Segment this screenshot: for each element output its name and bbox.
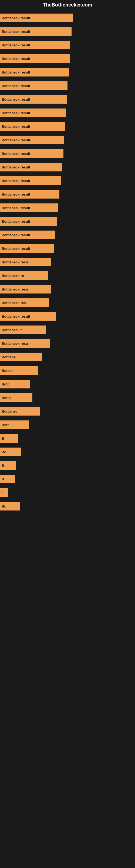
bar-row: Bottleneck result xyxy=(0,230,135,240)
bottleneck-bar: Bott xyxy=(0,380,30,389)
bar-label: Bottleneck result xyxy=(2,30,30,34)
bar-label: Bottleneck result xyxy=(2,152,30,156)
bar-label: Bottleneck result xyxy=(2,97,30,101)
bottleneck-bar: Bottleneck result xyxy=(0,82,68,90)
bar-row: Bo xyxy=(0,447,135,457)
bottleneck-bar: Bottlenec xyxy=(0,407,40,415)
bar-row: Bottleneck result xyxy=(0,216,135,226)
bar-label: Bottleneck result xyxy=(2,192,30,196)
bar-label: Bottleneck result xyxy=(2,233,30,237)
bar-row: Bottleneck result xyxy=(0,121,135,131)
bar-row: Bottleneck result xyxy=(0,176,135,186)
bar-row: B xyxy=(0,474,135,484)
bottleneck-bar: B xyxy=(0,461,16,470)
bar-label: Bottleneck result xyxy=(2,111,30,115)
bar-row: Bottleneck res xyxy=(0,298,135,308)
bottleneck-bar: Bottlene xyxy=(0,352,42,361)
bottleneck-bar: Bottleneck result xyxy=(0,135,64,144)
bar-row: Bottlenec xyxy=(0,406,135,416)
bar-label: Bo xyxy=(2,450,6,454)
bottleneck-bar: B xyxy=(0,475,15,484)
bar-row: Bottleneck result xyxy=(0,67,135,77)
bottleneck-bar: Bottleneck result xyxy=(0,27,72,36)
bottleneck-bar: Bottleneck re xyxy=(0,271,48,280)
bar-row: Bottleneck r xyxy=(0,325,135,335)
bar-label: Bottleneck result xyxy=(2,138,30,142)
bottleneck-bar: Bottleneck res xyxy=(0,299,49,307)
bottleneck-bar: Bo xyxy=(0,447,21,456)
bottleneck-bar: Bottle xyxy=(0,393,32,402)
bottleneck-bar: B xyxy=(0,434,18,443)
bar-row: Bottleneck result xyxy=(0,162,135,172)
bar-row: Bottleneck resu xyxy=(0,284,135,294)
bar-label: B xyxy=(2,477,4,481)
bar-label: B xyxy=(2,464,4,468)
bar-row: Bo xyxy=(0,501,135,511)
bottleneck-bar: I xyxy=(0,488,8,497)
bar-label: Bottleneck result xyxy=(2,84,30,88)
bottleneck-bar: Bottleneck result xyxy=(0,244,54,253)
bottleneck-bar: Bottleneck resu xyxy=(0,285,51,293)
bar-row: Bottleneck resu xyxy=(0,257,135,267)
bottleneck-bar: Bottleneck result xyxy=(0,122,65,131)
bar-label: Bott xyxy=(2,382,9,386)
bar-row: Bottleneck result xyxy=(0,40,135,50)
bar-row: B xyxy=(0,433,135,443)
bar-label: B xyxy=(2,436,4,440)
bar-row: B xyxy=(0,460,135,471)
bars-container: Bottleneck resultBottleneck resultBottle… xyxy=(0,10,135,517)
bar-label: Bottleneck resu xyxy=(2,260,28,264)
bar-row: Bottleneck result xyxy=(0,13,135,23)
bar-row: Bottler xyxy=(0,365,135,376)
bottleneck-bar: Bottleneck result xyxy=(0,176,61,185)
bar-label: Bottlenec xyxy=(2,409,17,413)
bar-row: Bottleneck result xyxy=(0,81,135,91)
bar-label: Bottleneck resu xyxy=(2,287,28,291)
bar-row: Bottleneck re xyxy=(0,271,135,281)
bar-label: Bottleneck result xyxy=(2,70,30,74)
bar-label: Bottle xyxy=(2,396,12,400)
bar-label: Bottleneck result xyxy=(2,219,30,223)
bottleneck-bar: Bottleneck result xyxy=(0,312,56,321)
bar-label: Bottleneck result xyxy=(2,179,30,183)
bottleneck-bar: Bottleneck result xyxy=(0,54,70,63)
bar-row: I xyxy=(0,488,135,498)
bar-label: Bottleneck result xyxy=(2,124,30,129)
bar-label: Bottleneck result xyxy=(2,16,30,20)
bar-label: Bottleneck re xyxy=(2,274,24,278)
bar-row: Bottleneck result xyxy=(0,148,135,159)
bottleneck-bar: Bottleneck result xyxy=(0,13,73,22)
bottleneck-bar: Bottleneck result xyxy=(0,41,70,50)
bar-label: Bottleneck r xyxy=(2,328,22,332)
bar-row: Bott xyxy=(0,420,135,430)
bar-row: Bottlene xyxy=(0,352,135,362)
bar-label: Bottleneck resu xyxy=(2,341,28,346)
bottleneck-bar: Bottleneck result xyxy=(0,68,69,76)
bar-row: Bottleneck resu xyxy=(0,338,135,348)
bottleneck-bar: Bottleneck result xyxy=(0,108,66,117)
bar-label: Bottleneck result xyxy=(2,57,30,61)
bar-label: Bottleneck res xyxy=(2,301,26,305)
bar-label: Bottleneck result xyxy=(2,43,30,47)
bottleneck-bar: Bottleneck resu xyxy=(0,339,50,348)
bottleneck-bar: Bottleneck r xyxy=(0,326,46,334)
bottleneck-bar: Bottleneck result xyxy=(0,230,55,239)
bottleneck-bar: Bo xyxy=(0,502,20,510)
bar-row: Bott xyxy=(0,379,135,389)
bar-label: Bott xyxy=(2,423,9,427)
bottleneck-bar: Bottleneck result xyxy=(0,204,58,212)
bottleneck-bar: Bottleneck result xyxy=(0,149,63,158)
bar-label: Bottleneck result xyxy=(2,314,30,318)
bar-row: Bottleneck result xyxy=(0,94,135,104)
bar-row: Bottleneck result xyxy=(0,311,135,321)
bottleneck-bar: Bottleneck result xyxy=(0,217,57,226)
bar-row: Bottleneck result xyxy=(0,108,135,118)
bar-row: Bottleneck result xyxy=(0,189,135,199)
bar-row: Bottle xyxy=(0,393,135,403)
bar-row: Bottleneck result xyxy=(0,243,135,254)
site-title: TheBottlenecker.com xyxy=(0,0,135,10)
bar-row: Bottleneck result xyxy=(0,26,135,37)
bottleneck-bar: Bottleneck resu xyxy=(0,258,51,267)
bar-label: I xyxy=(2,491,3,495)
bottleneck-bar: Bottleneck result xyxy=(0,163,62,172)
